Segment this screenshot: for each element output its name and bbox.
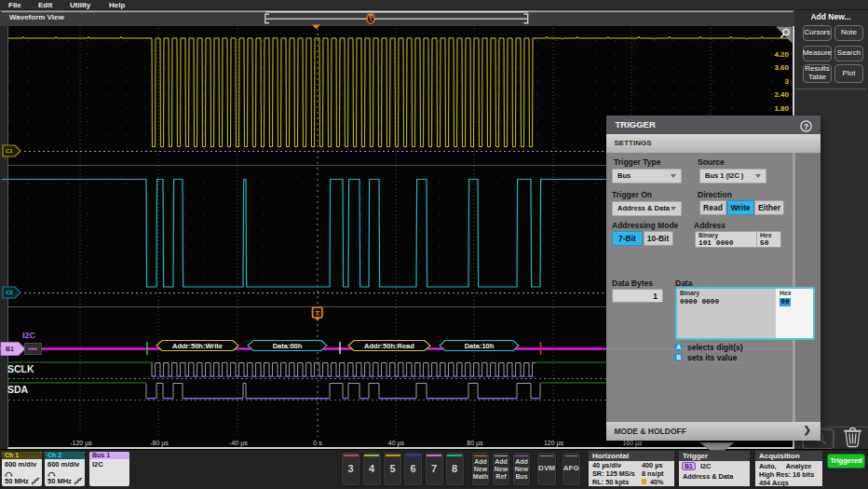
svg-text:?: ? [803,121,807,130]
